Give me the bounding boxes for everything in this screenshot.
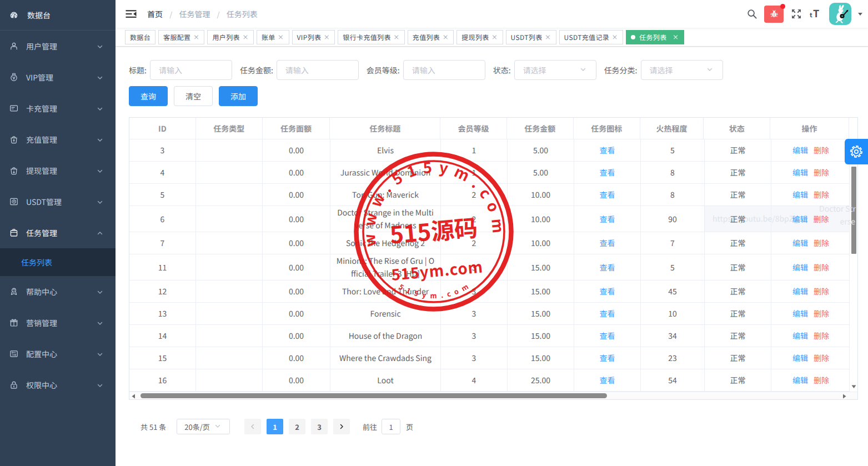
filter-select-4[interactable]: 请选择 xyxy=(641,60,723,80)
view-link[interactable]: 查看 xyxy=(600,144,615,157)
edit-link[interactable]: 编辑 xyxy=(792,166,808,179)
close-icon[interactable]: × xyxy=(278,33,284,41)
scrollbar-thumb[interactable] xyxy=(851,167,856,254)
table-row[interactable]: 150.00Where the Crawdads Sing315.00查看23正… xyxy=(129,347,857,369)
column-header[interactable]: 任务图标 xyxy=(574,118,640,139)
column-header[interactable]: 状态 xyxy=(704,118,770,139)
edit-link[interactable]: 编辑 xyxy=(792,329,808,342)
vertical-scrollbar[interactable] xyxy=(849,139,857,392)
horizontal-scrollbar[interactable] xyxy=(129,392,857,399)
sidebar-item-10[interactable]: 权限中心 xyxy=(0,369,116,400)
close-icon[interactable]: × xyxy=(673,33,679,41)
hamburger-icon[interactable] xyxy=(126,9,137,19)
sidebar-item-0[interactable]: 用户管理 xyxy=(0,31,116,62)
scroll-right-arrow[interactable] xyxy=(842,394,847,399)
filter-select-3[interactable]: 请选择 xyxy=(514,60,596,80)
clear-button[interactable]: 清空 xyxy=(174,86,213,106)
caret-down-icon[interactable] xyxy=(857,11,864,17)
view-link[interactable]: 查看 xyxy=(600,261,615,274)
font-size-icon[interactable]: tT xyxy=(809,8,821,19)
view-link[interactable]: 查看 xyxy=(600,374,615,387)
close-icon[interactable]: × xyxy=(611,33,618,41)
avatar[interactable] xyxy=(829,3,851,25)
view-link[interactable]: 查看 xyxy=(600,329,615,342)
tag-数据台[interactable]: 数据台 xyxy=(125,30,155,44)
delete-link[interactable]: 删除 xyxy=(814,352,829,364)
delete-link[interactable]: 删除 xyxy=(814,307,829,320)
tag-充值列表[interactable]: 充值列表× xyxy=(408,30,454,44)
tag-用户列表[interactable]: 用户列表× xyxy=(207,30,253,44)
edit-link[interactable]: 编辑 xyxy=(792,237,808,249)
delete-link[interactable]: 删除 xyxy=(814,188,829,201)
delete-link[interactable]: 删除 xyxy=(814,213,829,226)
bug-report-button[interactable] xyxy=(764,6,784,23)
table-row[interactable]: 160.00Loot425.00查看54正常编辑删除 xyxy=(129,369,857,392)
sidebar-item-3[interactable]: 充值管理 xyxy=(0,124,116,155)
delete-link[interactable]: 删除 xyxy=(814,285,829,298)
column-header[interactable]: 任务标题 xyxy=(330,118,440,139)
page-size-select[interactable]: 20条/页 xyxy=(177,419,230,434)
edit-link[interactable]: 编辑 xyxy=(792,144,808,157)
delete-link[interactable]: 删除 xyxy=(814,261,829,274)
sidebar-item-7[interactable]: 帮助中心 xyxy=(0,276,116,307)
tag-提现列表[interactable]: 提现列表× xyxy=(456,30,503,44)
view-link[interactable]: 查看 xyxy=(600,352,615,364)
search-icon[interactable] xyxy=(746,8,757,19)
close-icon[interactable]: × xyxy=(545,33,551,41)
sidebar-item-1[interactable]: VIP管理 xyxy=(0,62,116,93)
edit-link[interactable]: 编辑 xyxy=(792,307,808,320)
sidebar-item-4[interactable]: 提现管理 xyxy=(0,155,116,186)
delete-link[interactable]: 删除 xyxy=(814,144,829,157)
search-button[interactable]: 查询 xyxy=(129,86,168,106)
sidebar-logo[interactable]: 数据台 xyxy=(0,0,116,31)
settings-gear-button[interactable] xyxy=(845,139,868,164)
delete-link[interactable]: 删除 xyxy=(814,237,829,249)
edit-link[interactable]: 编辑 xyxy=(792,188,808,201)
view-link[interactable]: 查看 xyxy=(600,307,615,320)
scrollbar-thumb[interactable] xyxy=(141,393,607,398)
tag-客服配置[interactable]: 客服配置× xyxy=(158,30,204,44)
column-header[interactable]: 火热程度 xyxy=(640,118,704,139)
view-link[interactable]: 查看 xyxy=(600,285,615,298)
view-link[interactable]: 查看 xyxy=(600,237,615,249)
tag-USDT充值记录[interactable]: USDT充值记录× xyxy=(559,30,624,44)
edit-link[interactable]: 编辑 xyxy=(792,352,808,364)
table-row[interactable]: 140.00House of the Dragon315.00查看34正常编辑删… xyxy=(129,325,857,347)
column-header[interactable]: 任务面额 xyxy=(263,118,330,139)
column-header[interactable]: ID xyxy=(129,118,196,139)
tag-账单[interactable]: 账单× xyxy=(257,30,289,44)
delete-link[interactable]: 删除 xyxy=(814,374,829,387)
sidebar-item-6[interactable]: 任务管理 xyxy=(0,217,116,248)
close-icon[interactable]: × xyxy=(393,33,400,41)
view-link[interactable]: 查看 xyxy=(600,188,615,201)
close-icon[interactable]: × xyxy=(442,33,449,41)
sidebar-item-5[interactable]: USDT管理 xyxy=(0,186,116,217)
column-header[interactable]: 任务金额 xyxy=(507,118,574,139)
page-2-button[interactable]: 2 xyxy=(289,419,305,434)
sidebar-item-8[interactable]: 营销管理 xyxy=(0,307,116,338)
tag-VIP列表[interactable]: VIP列表× xyxy=(292,30,335,44)
tag-任务列表[interactable]: 任务列表× xyxy=(626,30,684,44)
delete-link[interactable]: 删除 xyxy=(814,166,829,179)
tag-银行卡充值列表[interactable]: 银行卡充值列表× xyxy=(338,30,404,44)
edit-link[interactable]: 编辑 xyxy=(792,285,808,298)
delete-link[interactable]: 删除 xyxy=(814,329,829,342)
add-button[interactable]: 添加 xyxy=(219,86,258,106)
column-header[interactable]: 任务类型 xyxy=(196,118,263,139)
fullscreen-icon[interactable] xyxy=(791,8,802,19)
sidebar-item-9[interactable]: 配置中心 xyxy=(0,338,116,369)
page-1-button[interactable]: 1 xyxy=(267,419,283,434)
next-page-button[interactable] xyxy=(333,419,350,434)
sidebar-item-2[interactable]: 卡充管理 xyxy=(0,93,116,124)
prev-page-button[interactable] xyxy=(244,419,261,434)
close-icon[interactable]: × xyxy=(193,33,199,41)
sidebar-subitem-6-0[interactable]: 任务列表 xyxy=(0,248,116,276)
tag-USDT列表[interactable]: USDT列表× xyxy=(506,30,556,44)
view-link[interactable]: 查看 xyxy=(600,166,615,179)
scroll-left-arrow[interactable] xyxy=(131,394,136,399)
column-header[interactable]: 会员等级 xyxy=(440,118,507,139)
edit-link[interactable]: 编辑 xyxy=(792,261,808,274)
close-icon[interactable]: × xyxy=(491,33,498,41)
filter-input-1[interactable] xyxy=(277,60,359,80)
page-jump-input[interactable] xyxy=(382,419,400,434)
